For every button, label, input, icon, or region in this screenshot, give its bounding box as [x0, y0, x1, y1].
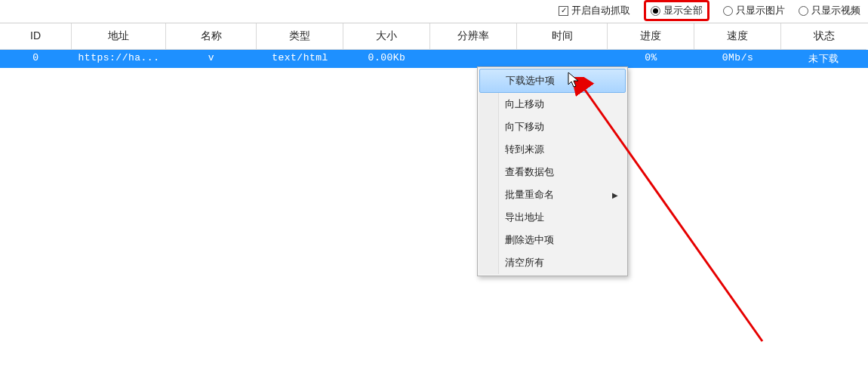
menu-clear-all[interactable]: 清空所有 [479, 251, 626, 274]
filter-videos-only[interactable]: 只显示视频 [799, 4, 860, 17]
menu-download-selected[interactable]: 下载选中项 [479, 69, 626, 93]
checkbox-icon: ✓ [559, 6, 568, 16]
cell-url: https://ha... [72, 50, 166, 68]
col-type[interactable]: 类型 [257, 23, 343, 50]
radio-icon [799, 6, 808, 16]
auto-capture-checkbox[interactable]: ✓ 开启自动抓取 [559, 4, 630, 17]
cell-name: v [166, 50, 257, 68]
auto-capture-label: 开启自动抓取 [571, 4, 630, 17]
menu-export-url[interactable]: 导出地址 [479, 206, 626, 229]
chevron-right-icon: ▶ [612, 191, 618, 199]
table-header-row: ID 地址 名称 类型 大小 分辨率 时间 进度 速度 状态 [0, 23, 868, 50]
filter-show-all-highlight: 显示全部 [644, 0, 709, 21]
cell-speed: 0Mb/s [694, 50, 781, 68]
cell-status: 未下载 [781, 50, 866, 68]
col-status[interactable]: 状态 [781, 23, 866, 50]
context-menu: 下载选中项 向上移动 向下移动 转到来源 查看数据包 批量重命名 ▶ 导出地址 … [477, 66, 628, 276]
filter-images-only[interactable]: 只显示图片 [723, 4, 785, 17]
menu-goto-source[interactable]: 转到来源 [479, 138, 626, 161]
col-resolution[interactable]: 分辨率 [430, 23, 517, 50]
filter-label: 显示全部 [663, 4, 703, 17]
menu-view-packet[interactable]: 查看数据包 [479, 161, 626, 183]
col-progress[interactable]: 进度 [608, 23, 694, 50]
menu-label: 导出地址 [505, 211, 544, 224]
radio-icon [651, 6, 660, 16]
menu-delete-selected[interactable]: 删除选中项 [479, 229, 626, 251]
menu-label: 查看数据包 [505, 165, 554, 179]
cell-type: text/html [257, 50, 343, 68]
menu-label: 批量重命名 [505, 188, 554, 202]
menu-label: 向下移动 [505, 120, 544, 134]
col-time[interactable]: 时间 [517, 23, 608, 50]
table-row[interactable]: 0 https://ha... v text/html 0.00Kb 0% 0M… [0, 50, 868, 68]
menu-label: 删除选中项 [505, 233, 554, 247]
col-id[interactable]: ID [0, 23, 72, 50]
col-name[interactable]: 名称 [166, 23, 257, 50]
menu-move-up[interactable]: 向上移动 [479, 93, 626, 116]
radio-icon [723, 6, 733, 16]
col-url[interactable]: 地址 [72, 23, 166, 50]
menu-label: 下载选中项 [506, 74, 555, 88]
filter-show-all[interactable]: 显示全部 [651, 4, 703, 17]
download-table: ID 地址 名称 类型 大小 分辨率 时间 进度 速度 状态 0 https:/… [0, 23, 868, 68]
cell-time [517, 50, 608, 68]
col-speed[interactable]: 速度 [694, 23, 781, 50]
cell-resolution [430, 50, 517, 68]
cell-id: 0 [0, 50, 72, 68]
cell-progress: 0% [608, 50, 694, 68]
menu-label: 转到来源 [505, 143, 544, 156]
menu-move-down[interactable]: 向下移动 [479, 116, 626, 138]
filter-toolbar: ✓ 开启自动抓取 显示全部 只显示图片 只显示视频 [0, 0, 868, 23]
menu-batch-rename[interactable]: 批量重命名 ▶ [479, 183, 626, 206]
menu-label: 向上移动 [505, 97, 544, 111]
filter-label: 只显示图片 [736, 4, 785, 17]
col-size[interactable]: 大小 [343, 23, 430, 50]
filter-label: 只显示视频 [811, 4, 860, 17]
cell-size: 0.00Kb [343, 50, 430, 68]
menu-label: 清空所有 [505, 256, 544, 270]
